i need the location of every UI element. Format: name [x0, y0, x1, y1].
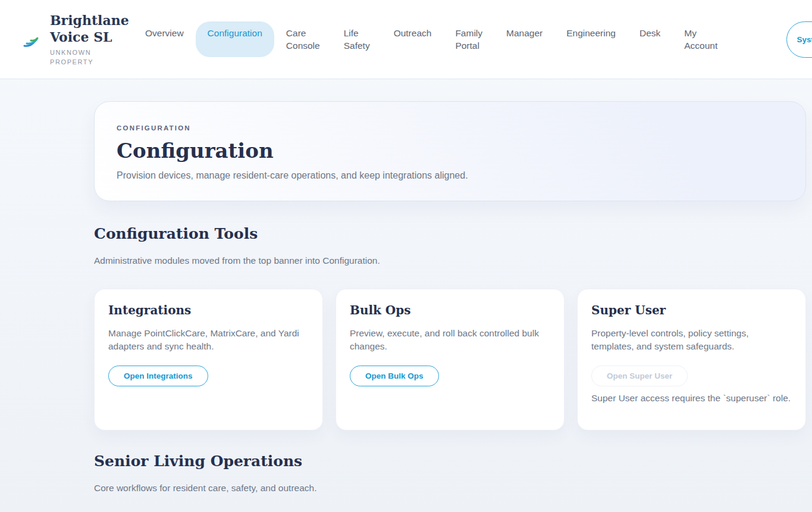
nav-item-family-portal[interactable]: Family Portal: [443, 21, 494, 57]
card-description: Preview, execute, and roll back controll…: [350, 327, 550, 353]
card-description: Property-level controls, policy settings…: [591, 327, 792, 353]
main-content: CONFIGURATION Configuration Provision de…: [94, 101, 806, 494]
system-health-button[interactable]: System Health: [786, 21, 812, 58]
hero-eyebrow: CONFIGURATION: [117, 124, 805, 132]
brand-text: Brightlane Voice SL UNKNOWN PROPERTY: [50, 12, 128, 67]
page-subtitle: Provision devices, manage resident-care …: [117, 170, 805, 181]
card-title: Super User: [591, 302, 792, 318]
nav-item-configuration[interactable]: Configuration: [196, 21, 274, 57]
nav-item-my-account[interactable]: My Account: [672, 21, 729, 57]
configuration-tools-cards: Integrations Manage PointClickCare, Matr…: [94, 289, 806, 430]
top-bar: Brightlane Voice SL UNKNOWN PROPERTY Ove…: [0, 0, 812, 79]
section-title-configuration-tools: Configuration Tools: [94, 225, 806, 243]
section-title-senior-living-operations: Senior Living Operations: [94, 452, 806, 470]
super-user-requirement-note: Super User access requires the `superuse…: [591, 392, 792, 405]
brand: Brightlane Voice SL UNKNOWN PROPERTY: [23, 12, 128, 67]
card-title: Integrations: [108, 302, 309, 318]
section-desc-configuration-tools: Administrative modules moved from the to…: [94, 255, 806, 266]
hero-banner: CONFIGURATION Configuration Provision de…: [94, 101, 806, 201]
open-integrations-button[interactable]: Open Integrations: [108, 366, 208, 386]
card-super-user: Super User Property-level controls, poli…: [577, 289, 806, 430]
open-super-user-button[interactable]: Open Super User: [591, 366, 688, 386]
nav-item-engineering[interactable]: Engineering: [554, 21, 628, 57]
card-bulk-ops: Bulk Ops Preview, execute, and roll back…: [336, 289, 565, 430]
card-integrations: Integrations Manage PointClickCare, Matr…: [94, 289, 323, 430]
card-description: Manage PointClickCare, MatrixCare, and Y…: [108, 327, 309, 353]
nav-item-life-safety[interactable]: Life Safety: [332, 21, 382, 57]
nav-item-desk[interactable]: Desk: [628, 21, 672, 57]
page-title: Configuration: [117, 139, 805, 163]
main-nav: Overview Configuration Care Console Life…: [133, 21, 729, 57]
brand-logo-swoosh-icon: [23, 33, 40, 51]
nav-item-care-console[interactable]: Care Console: [274, 21, 332, 57]
section-desc-senior-living-operations: Core workflows for resident care, safety…: [94, 483, 806, 494]
open-bulk-ops-button[interactable]: Open Bulk Ops: [350, 366, 439, 386]
card-title: Bulk Ops: [350, 302, 550, 318]
nav-item-manager[interactable]: Manager: [494, 21, 554, 57]
brand-name: Brightlane Voice SL: [50, 12, 128, 45]
brand-property: UNKNOWN PROPERTY: [50, 48, 109, 67]
nav-item-overview[interactable]: Overview: [133, 21, 196, 57]
nav-item-outreach[interactable]: Outreach: [382, 21, 444, 57]
